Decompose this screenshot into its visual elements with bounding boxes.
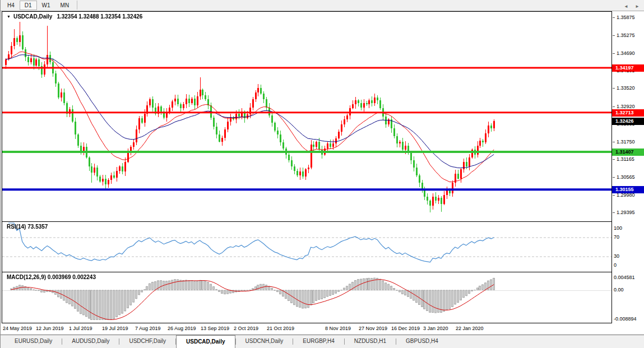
rsi-axis-tick: 70 (614, 234, 619, 240)
x-axis-label: 3 Jan 2020 (423, 326, 448, 331)
chart-ohlc-values: 1.32354 1.32488 1.32354 1.32426 (57, 13, 142, 20)
rsi-axis-tick: 100 (614, 225, 622, 231)
y-axis-tick: 1.30565 (613, 174, 635, 180)
tab-scroll-arrows: ◄ ► (618, 4, 640, 9)
rsi-label: RSI(14) 73.5357 (7, 224, 48, 230)
x-axis-label: 22 Jan 2020 (456, 326, 484, 331)
price-level-badge: 1.30155 (612, 186, 644, 193)
tab-audusd-daily[interactable]: AUDUSD,Daily (62, 335, 119, 348)
x-axis-label: 26 Aug 2019 (168, 326, 196, 331)
x-axis-label: 24 May 2019 (3, 326, 32, 331)
y-axis-tick: 1.31165 (613, 156, 634, 162)
macd-axis-tick: -0.008894 (614, 316, 637, 322)
tab-usdchf-daily[interactable]: USDCHF,Daily (119, 335, 175, 348)
timeframe-toolbar: H4D1W1MN (1, 0, 644, 11)
tab-usdcnh-daily[interactable]: USDCNH,Daily (236, 335, 293, 348)
x-axis-label: 1 Jul 2019 (69, 326, 92, 331)
price-level-badge: 1.31407 (612, 149, 644, 156)
tab-scroll-right-icon[interactable]: ► (635, 4, 640, 9)
timeframe-button-d1[interactable]: D1 (20, 1, 37, 10)
x-axis-label: 2 Oct 2019 (234, 326, 258, 331)
app-window: H4D1W1MN ▼USDCAD,Daily1.32354 1.32488 1.… (0, 0, 644, 348)
macd-axis-tick: 0.00 (614, 287, 624, 293)
x-axis-label: 27 Nov 2019 (359, 326, 387, 331)
rsi-panel: RSI(14) 73.5357 (2, 221, 612, 272)
tab-eurgbp-h4[interactable]: EURGBP,H4 (293, 335, 344, 348)
main-chart-canvas[interactable] (2, 12, 611, 221)
chart-title: ▼USDCAD,Daily1.32354 1.32488 1.32354 1.3… (7, 13, 142, 20)
tab-eurusd-daily[interactable]: EURUSD,Daily (5, 335, 62, 348)
x-axis-label: 21 Oct 2019 (267, 326, 294, 331)
x-axis-label: 19 Jul 2019 (102, 326, 128, 331)
macd-label: MACD(12,26,9) 0.003969 0.002243 (7, 274, 96, 280)
y-axis-tick: 1.35275 (613, 33, 635, 38)
x-axis-label: 13 Sep 2019 (201, 326, 229, 331)
x-axis-label: 12 Jun 2019 (36, 326, 64, 331)
timeframe-button-h4[interactable]: H4 (2, 1, 20, 10)
timeframe-button-mn[interactable]: MN (55, 1, 75, 10)
x-axis-label: 16 Dec 2019 (391, 326, 420, 331)
x-axis-label: 7 Aug 2019 (135, 326, 161, 331)
current-price-badge: 1.32426 (612, 118, 644, 125)
tab-usdcad-daily[interactable]: USDCAD,Daily (176, 335, 235, 348)
price-axis[interactable]: 1.358751.352751.346901.341051.335201.329… (612, 11, 644, 323)
price-level-badge: 1.34197 (612, 64, 644, 72)
macd-axis-tick: 0.004581 (614, 275, 635, 280)
symbol-dropdown-icon[interactable]: ▼ (7, 15, 11, 18)
tab-nzdusd-h1[interactable]: NZDUSD,H1 (345, 335, 396, 348)
macd-panel: MACD(12,26,9) 0.003969 0.002243 (2, 272, 612, 323)
price-level-badge: 1.32713 (612, 109, 644, 117)
y-axis-tick: 1.31750 (613, 139, 635, 145)
y-axis-tick: 1.34690 (613, 50, 635, 56)
timeframe-button-w1[interactable]: W1 (37, 1, 55, 10)
date-axis[interactable]: 24 May 201912 Jun 20191 Jul 201919 Jul 2… (1, 323, 644, 335)
rsi-axis-tick: 30 (614, 253, 619, 259)
x-axis-label: 8 Nov 2019 (325, 326, 351, 331)
tab-gbpusd-h4[interactable]: GBPUSD,H4 (396, 335, 448, 348)
toolbar-separator (77, 1, 77, 10)
chart-symbol-period: USDCAD,Daily (13, 13, 52, 20)
y-axis-tick: 1.33520 (613, 85, 635, 91)
tab-scroll-left-icon[interactable]: ◄ (624, 4, 628, 9)
rsi-canvas[interactable] (2, 222, 611, 272)
y-axis-tick: 1.35875 (613, 15, 635, 20)
y-axis-tick: 1.32920 (613, 104, 635, 109)
rsi-axis-tick: 0 (614, 262, 617, 268)
main-chart-panel: ▼USDCAD,Daily1.32354 1.32488 1.32354 1.3… (2, 11, 612, 222)
y-axis-tick: 1.29395 (613, 210, 635, 215)
tab-bar: EURUSD,DailyAUDUSD,DailyUSDCHF,DailyUSDC… (1, 335, 644, 348)
